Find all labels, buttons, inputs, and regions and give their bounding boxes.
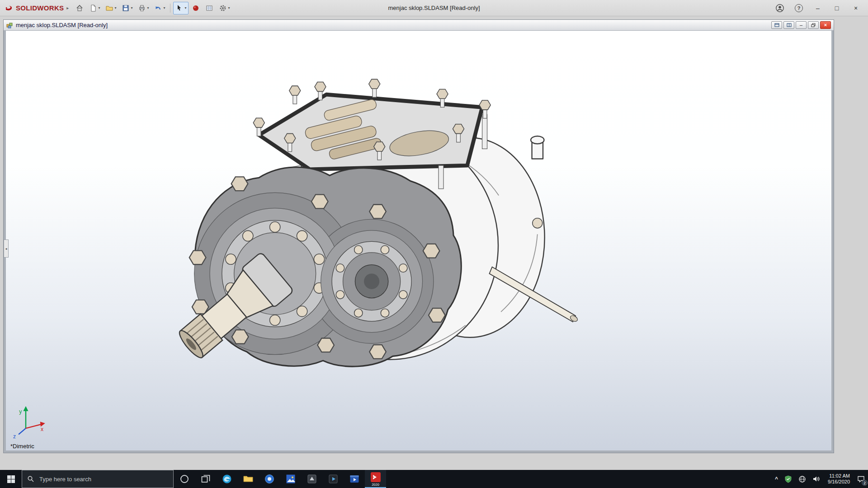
tray-network-button[interactable] xyxy=(795,470,809,488)
triad-z-label: z xyxy=(13,433,16,440)
window-title: menjac sklop.SLDASM [Read-only] xyxy=(388,5,480,11)
search-input[interactable] xyxy=(38,475,168,483)
feature-panel-collapse-tab[interactable]: ◂ xyxy=(4,239,9,258)
taskbar-app-edrawings[interactable] xyxy=(301,470,322,488)
document-window: menjac sklop.SLDASM [Read-only] – × xyxy=(4,20,834,453)
maximize-button[interactable]: □ xyxy=(827,0,846,16)
notification-badge: 2 xyxy=(862,480,868,486)
tray-antivirus-button[interactable] xyxy=(781,470,795,488)
tray-expand-button[interactable]: ^ xyxy=(772,470,781,488)
options-button[interactable]: ▾ xyxy=(217,2,232,14)
menu-expand-icon[interactable]: ▸ xyxy=(66,5,69,10)
front-plate xyxy=(189,167,461,366)
triad-y-label: y xyxy=(19,408,22,415)
dropdown-caret-icon: ▾ xyxy=(147,6,149,10)
select-tool-button[interactable]: ▾ xyxy=(173,2,189,14)
taskbar-cortana-button[interactable] xyxy=(174,470,195,488)
system-tray: ^ 11:02 AM 9/16/2020 2 xyxy=(772,470,868,488)
minimize-button[interactable]: – xyxy=(808,0,827,16)
doc-minimize-button[interactable]: – xyxy=(796,21,807,29)
tray-volume-button[interactable] xyxy=(809,470,824,488)
browser-icon xyxy=(264,474,275,484)
taskbar-app-media-player[interactable] xyxy=(322,470,344,488)
help-icon: ? xyxy=(795,4,803,12)
tray-clock[interactable]: 11:02 AM 9/16/2020 xyxy=(824,470,854,488)
save-icon xyxy=(122,4,130,12)
solidworks-version-badge: 2020 xyxy=(372,483,379,487)
taskbar-app-photos[interactable] xyxy=(280,470,301,488)
search-box[interactable] xyxy=(22,470,174,488)
print-icon xyxy=(138,4,146,12)
save-button[interactable]: ▾ xyxy=(119,2,135,14)
solidworks-logo-icon xyxy=(5,4,14,13)
red-sphere-icon xyxy=(192,4,200,12)
undo-button[interactable]: ▾ xyxy=(152,2,167,14)
doc-dock-button[interactable] xyxy=(783,21,794,29)
gearbox-model[interactable]: y x z xyxy=(6,31,831,450)
dropdown-caret-icon: ▾ xyxy=(184,6,186,10)
clock-date: 9/16/2020 xyxy=(828,479,850,485)
dropdown-caret-icon: ▾ xyxy=(114,6,116,10)
media-player-icon xyxy=(328,474,339,484)
assembly-icon xyxy=(6,22,13,28)
solidworks-logo: SOLIDWORKS xyxy=(3,4,66,13)
speaker-icon xyxy=(812,475,821,483)
split-window-icon xyxy=(787,23,792,27)
app-titlebar: SOLIDWORKS ▸ ▾ ▾ ▾ ▾ ▾ ▾ xyxy=(0,0,868,16)
chevron-up-icon: ^ xyxy=(775,476,778,482)
solidworks-app-icon xyxy=(370,472,381,483)
taskbar-app-file-explorer[interactable] xyxy=(237,470,259,488)
document-titlebar[interactable]: menjac sklop.SLDASM [Read-only] – × xyxy=(4,20,834,31)
solidworks-taskbar-icon: 2020 xyxy=(370,472,381,487)
help-button[interactable]: ? xyxy=(789,0,808,16)
doc-close-button[interactable]: × xyxy=(820,21,831,29)
window-icon xyxy=(774,23,779,27)
dropdown-caret-icon: ▾ xyxy=(163,6,165,10)
taskbar-app-solidworks[interactable]: 2020 xyxy=(365,470,386,488)
view-orientation-label: *Dimetric xyxy=(10,443,34,450)
new-document-icon xyxy=(89,4,97,12)
triad-x-label: x xyxy=(41,426,43,432)
globe-icon xyxy=(798,475,806,483)
taskbar-task-view-button[interactable] xyxy=(195,470,216,488)
orientation-triad: y x z xyxy=(13,406,45,440)
windows-logo-icon xyxy=(7,475,15,483)
open-folder-icon xyxy=(105,4,113,12)
toolbar-separator xyxy=(170,4,170,13)
undo-icon xyxy=(154,4,162,12)
select-cursor-icon xyxy=(175,4,184,12)
gear-icon xyxy=(219,4,227,12)
taskbar-app-edge[interactable] xyxy=(216,470,237,488)
home-button[interactable] xyxy=(73,2,86,14)
table-icon xyxy=(205,4,213,12)
appearance-button[interactable] xyxy=(189,2,202,14)
edge-icon xyxy=(222,474,232,484)
account-button[interactable] xyxy=(770,0,789,16)
taskbar-app-browser[interactable] xyxy=(259,470,280,488)
dropdown-caret-icon: ▾ xyxy=(131,6,132,10)
cortana-icon xyxy=(179,474,189,484)
dropdown-caret-icon: ▾ xyxy=(98,6,100,10)
start-button[interactable] xyxy=(0,470,22,488)
user-icon xyxy=(775,4,784,13)
close-button[interactable]: × xyxy=(846,0,865,16)
restore-icon xyxy=(811,23,816,27)
viewport-3d[interactable]: y x z *Dimetric xyxy=(4,31,834,453)
brand-name: SOLIDWORKS xyxy=(16,4,64,12)
doc-float-button[interactable] xyxy=(771,21,782,29)
open-button[interactable]: ▾ xyxy=(103,2,118,14)
new-document-button[interactable]: ▾ xyxy=(87,2,102,14)
taskbar: 2020 ^ 11:02 AM 9/16/2020 2 xyxy=(0,470,868,488)
action-center-button[interactable]: 2 xyxy=(854,470,868,488)
collapse-icon: ◂ xyxy=(5,247,7,251)
photos-icon xyxy=(285,474,296,484)
document-title: menjac sklop.SLDASM [Read-only] xyxy=(16,22,108,28)
print-button[interactable]: ▾ xyxy=(136,2,151,14)
task-view-icon xyxy=(201,474,210,483)
taskbar-app-movies[interactable] xyxy=(344,470,365,488)
quick-access-toolbar: ▾ ▾ ▾ ▾ ▾ ▾ ▾ xyxy=(73,2,232,14)
dropdown-caret-icon: ▾ xyxy=(228,6,230,10)
table-button[interactable] xyxy=(203,2,216,14)
search-icon xyxy=(27,475,34,483)
doc-restore-button[interactable] xyxy=(808,21,819,29)
